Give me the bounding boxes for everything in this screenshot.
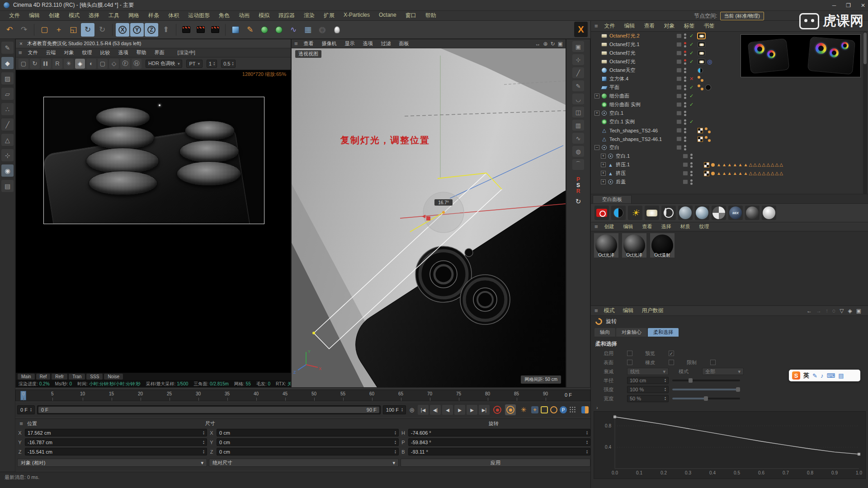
kernel-dropdown[interactable]: PT▾ <box>186 60 203 68</box>
object-label[interactable]: Octane灯光.2 <box>609 33 676 39</box>
menubar-item[interactable]: 扩展 <box>319 12 339 19</box>
visibility-dots[interactable] <box>690 171 693 176</box>
layer-chip-icon[interactable] <box>683 179 688 184</box>
plane-vertex[interactable] <box>312 332 315 334</box>
goto-start-button[interactable]: |◀ <box>418 405 429 415</box>
ball-icon[interactable]: ◐ <box>86 59 96 69</box>
pan-view-icon[interactable]: ↔ <box>535 41 541 47</box>
floor-button[interactable]: ▦ <box>301 23 315 37</box>
object-row[interactable]: 平面✓ <box>591 83 868 92</box>
apply-button[interactable]: 应用 <box>401 459 590 467</box>
visibility-dots[interactable] <box>684 94 686 99</box>
target-tag-icon[interactable]: ◎ <box>707 59 712 65</box>
mat-specular-icon[interactable] <box>712 206 726 220</box>
attribute-tab[interactable]: 对象轴心 <box>616 328 647 337</box>
burger-menu-icon[interactable]: ≡ <box>594 223 598 230</box>
pass-tab[interactable]: Ref <box>36 374 51 380</box>
scale-button[interactable]: ◱ <box>66 23 80 37</box>
split-icon[interactable]: ▣ <box>856 308 861 314</box>
maximize-view-icon[interactable]: ▣ <box>558 41 563 47</box>
material-menu-item[interactable]: 编辑 <box>619 223 638 230</box>
size-z-field[interactable]: 0 cm▴▾ <box>217 448 399 455</box>
axis-y-button[interactable]: Y <box>130 23 144 37</box>
prev-frame-button[interactable]: ◀ <box>442 405 453 415</box>
pass-tab[interactable]: Noise <box>104 374 123 380</box>
object-label[interactable]: 平面 <box>609 84 676 91</box>
rotate-view-icon[interactable]: ↻ <box>551 41 555 47</box>
frame-range-slider[interactable]: 0 F 90 F <box>37 405 381 414</box>
visibility-dots[interactable] <box>684 59 686 65</box>
size-x-field[interactable]: 0 cm▴▾ <box>217 429 399 436</box>
visibility-dots[interactable] <box>684 145 686 150</box>
attribute-tab[interactable]: 轴向 <box>594 328 615 337</box>
enable-state-icon[interactable]: ✓ <box>689 119 696 125</box>
filter-icon[interactable]: ▽ <box>840 308 844 314</box>
axis-x-button[interactable]: X <box>116 23 129 37</box>
camera-button[interactable]: ◉ <box>316 23 329 37</box>
lock-icon[interactable]: ◈ <box>848 308 852 314</box>
layer-chip-icon[interactable] <box>676 111 682 116</box>
ime-pen-icon[interactable]: ✎ <box>812 372 817 379</box>
render-queue-button[interactable] <box>208 23 222 37</box>
layer-chip-icon[interactable] <box>676 85 682 90</box>
expand-toggle-icon[interactable]: − <box>594 145 599 150</box>
material-item[interactable]: Oct漫射 <box>650 233 675 258</box>
object-row[interactable]: △Tech_shapes_TS2-46.1 <box>591 135 868 143</box>
enable-state-icon[interactable]: ✓ <box>689 50 696 56</box>
ime-logo-icon[interactable]: S <box>792 371 800 380</box>
object-row[interactable]: +后盖 <box>591 178 868 186</box>
light-tag-icon[interactable] <box>698 50 705 56</box>
radius-field[interactable]: 100 cm▴▾ <box>627 377 669 384</box>
ime-toolbox-icon[interactable]: ▤ <box>838 372 844 379</box>
falloff-curve[interactable] <box>615 417 859 455</box>
maximize-button[interactable]: ❐ <box>846 2 851 9</box>
live-selection-button[interactable]: ▢ <box>38 23 51 37</box>
move-button[interactable]: + <box>52 23 66 37</box>
enable-state-icon[interactable]: ✓ <box>689 93 696 99</box>
position-y-field[interactable]: -16.787 cm▴▾ <box>25 438 207 446</box>
rotation-h-field[interactable]: -74.606 °▴▾ <box>408 429 590 436</box>
visibility-dots[interactable] <box>684 68 686 73</box>
object-row[interactable]: +空白.1 <box>591 109 868 117</box>
viewport-menu-item[interactable]: 过滤 <box>377 40 395 47</box>
locked-workplane-button[interactable]: ▣ <box>572 41 584 52</box>
object-menu-item[interactable]: 编辑 <box>620 22 640 30</box>
ime-toolbar[interactable]: S 英 ✎ ♪ ⌨ ▤ <box>789 370 860 381</box>
menubar-item[interactable]: 编辑 <box>24 12 44 19</box>
octane-menu-item[interactable]: 纹理 <box>78 49 96 56</box>
prev-key-button[interactable]: ◀| <box>430 405 441 415</box>
octane-menu-item[interactable]: 对象 <box>60 49 78 56</box>
octane-menu-item[interactable]: 选项 <box>114 49 132 56</box>
curve-handle[interactable] <box>858 453 860 455</box>
visibility-dots[interactable] <box>684 76 686 82</box>
viewport-menu-item[interactable]: 摄像机 <box>318 40 341 47</box>
axis-z-button[interactable]: Z <box>145 23 158 37</box>
octane-arealight-icon[interactable] <box>645 206 659 220</box>
mode-dropdown[interactable]: 全部▾ <box>702 368 744 375</box>
expand-toggle-icon[interactable]: + <box>594 111 599 116</box>
mat-glossy-icon[interactable] <box>695 206 709 220</box>
refresh-icon[interactable]: ↻ <box>30 59 40 69</box>
expand-toggle-icon[interactable]: + <box>601 171 606 176</box>
uvw-tag-icon[interactable] <box>704 171 709 176</box>
object-label[interactable]: 细分曲面 实例 <box>609 101 676 108</box>
menubar-item[interactable]: 角色 <box>214 12 234 19</box>
viewport-menu-item[interactable]: 显示 <box>341 40 359 47</box>
object-label[interactable]: 挤压.1 <box>616 161 683 168</box>
render-view-button[interactable] <box>179 23 193 37</box>
goto-end-button[interactable]: ▶| <box>479 405 490 415</box>
material-menu-item[interactable]: 选择 <box>657 223 676 230</box>
octane-menu-item[interactable]: 比较 <box>96 49 114 56</box>
menubar-item[interactable]: 创建 <box>44 12 64 19</box>
menubar-item[interactable]: 模式 <box>64 12 84 19</box>
object-label[interactable]: 空白.1 <box>616 153 683 160</box>
octane-camera-icon[interactable] <box>594 206 609 220</box>
uvw-tag-icon[interactable] <box>698 128 703 133</box>
smooth-tool-button[interactable]: ∿ <box>572 133 584 144</box>
octane-menu-item[interactable]: 云端 <box>42 49 60 56</box>
material-item[interactable]: Oct光泽 <box>594 233 619 258</box>
attribute-menu-item[interactable]: 用户数据 <box>638 307 668 314</box>
object-label[interactable]: Octane灯光.1 <box>609 41 676 48</box>
rubber-checkbox[interactable] <box>669 360 674 365</box>
enable-state-icon[interactable]: ✓ <box>689 84 696 90</box>
